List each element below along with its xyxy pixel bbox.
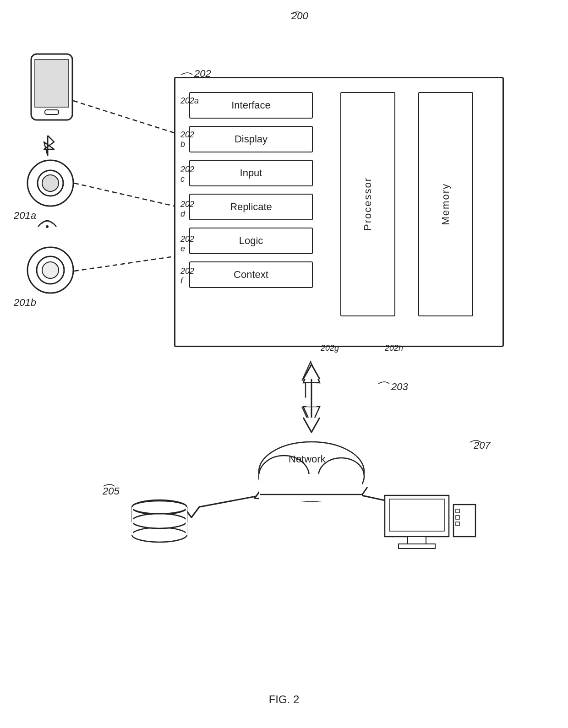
svg-marker-5 [302,407,319,426]
figure-caption: FIG. 2 [0,693,568,706]
ref-202g: 202g [321,343,339,353]
module-input: Input [189,160,313,186]
svg-point-46 [42,175,59,191]
svg-line-1 [74,183,174,206]
svg-line-0 [73,101,174,133]
ref-200: 200 [291,10,308,22]
svg-rect-8 [306,383,317,397]
ref-202a: 202a [180,96,199,106]
svg-rect-17 [259,474,362,501]
ref-207: 207 [474,440,491,451]
svg-point-19 [132,500,187,515]
ref-202c: 202c [180,165,194,184]
ref-202d: 202d [180,200,194,219]
processor-box: Processor [340,92,395,316]
ref-203: 203 [391,381,408,393]
svg-point-23 [132,514,187,528]
svg-rect-38 [456,516,459,519]
module-replicate: Replicate [189,194,313,220]
diagram: 200 Interface Display Input Replicate Lo… [0,0,568,728]
svg-point-47 [46,225,49,228]
svg-marker-3 [302,362,319,380]
svg-rect-39 [456,522,459,526]
modules-column: Interface Display Input Replicate Logic … [189,92,313,295]
memory-box: Memory [418,92,473,316]
svg-point-49 [37,256,64,284]
network-label: Network [289,453,326,465]
module-display: Display [189,126,313,152]
device-box-202: Interface Display Input Replicate Logic … [174,77,504,347]
svg-line-13 [357,494,421,508]
svg-marker-9 [303,407,320,425]
svg-rect-33 [389,499,444,531]
svg-rect-41 [35,60,69,107]
svg-rect-42 [45,110,59,114]
svg-rect-6 [306,397,316,407]
svg-point-45 [38,170,63,196]
svg-rect-37 [456,509,459,513]
svg-rect-40 [31,54,72,120]
svg-marker-7 [303,364,320,383]
svg-point-14 [259,442,364,501]
svg-rect-4 [306,380,316,397]
svg-point-50 [42,262,59,278]
svg-rect-36 [453,505,475,537]
module-context: Context [189,261,313,288]
ref-202e: 202e [180,234,194,254]
svg-rect-34 [408,537,426,544]
svg-rect-32 [385,495,449,537]
module-logic: Logic [189,228,313,254]
ref-202h: 202h [385,343,403,353]
svg-point-27 [132,501,187,514]
ref-202f: 202f [180,266,194,286]
ref-202b: 202b [180,130,194,149]
svg-line-12 [192,494,266,508]
svg-point-26 [132,514,187,528]
svg-point-44 [27,160,73,206]
svg-point-22 [132,527,187,542]
module-interface: Interface [189,92,313,119]
svg-line-2 [74,256,174,271]
svg-rect-10 [306,383,317,407]
ref-205: 205 [103,485,120,497]
ref-202: 202 [194,68,211,80]
ref-201b: 201b [14,297,36,309]
ref-201a: 201a [14,210,36,222]
svg-point-48 [27,247,73,293]
svg-rect-35 [399,544,435,549]
